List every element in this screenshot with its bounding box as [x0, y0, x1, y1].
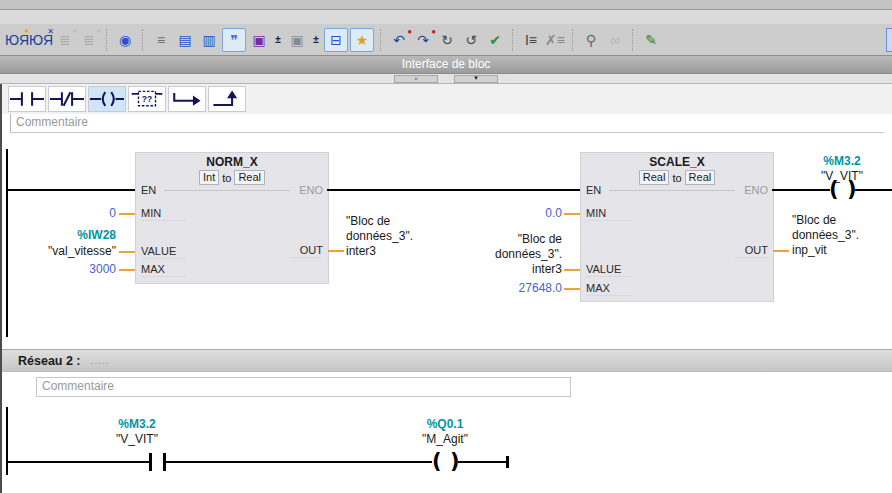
network2-title-placeholder[interactable]: ..... — [91, 355, 110, 366]
scale-out-operand[interactable]: "Bloc de données_3". inp_vit — [792, 213, 892, 258]
network1-canvas: NORM_X Int to Real EN ENO MIN VALUE MAX … — [2, 133, 892, 345]
network2-header[interactable]: Réseau 2 : ..... — [2, 349, 892, 372]
find-replace-icon[interactable]: ⚲ — [580, 28, 602, 52]
norm-out-pin: OUT — [289, 244, 323, 258]
coil-symbol[interactable]: ( — [432, 451, 442, 472]
network2-comment-field[interactable]: Commentaire — [36, 377, 571, 397]
scale-x-subtitle: Real to Real — [581, 170, 773, 185]
scale-x-type-to[interactable]: Real — [685, 170, 716, 185]
toolbar-separator — [632, 29, 634, 51]
rung-wire — [458, 461, 506, 463]
norm-value-operand[interactable]: "val_vitesse" — [2, 244, 116, 259]
toolbar-separator — [142, 29, 144, 51]
glasses-icon: ∞ — [604, 28, 626, 52]
scale-x-block[interactable]: SCALE_X Real to Real EN ENO MIN VALUE MA… — [580, 152, 774, 302]
power-rail — [6, 149, 8, 337]
sync-block-call-icon[interactable]: ↺ — [460, 28, 482, 52]
network2-canvas: %M3.2 "V_VIT" %Q0.1 "M_Agit" ( ) — [2, 403, 892, 493]
coil-icon — [90, 88, 124, 110]
scale-eno-pin: ENO — [744, 184, 768, 196]
scale-min-pin: MIN — [586, 207, 632, 221]
coil-symbol[interactable]: ( — [829, 179, 839, 200]
operand-display-icon[interactable]: ▣ — [286, 28, 308, 52]
interface-de-bloc-bar[interactable]: Interface de bloc — [0, 56, 892, 74]
coil1-name[interactable]: "V_VIT" — [790, 169, 892, 184]
network-comments-icon[interactable]: ❞ — [222, 28, 246, 52]
contact-address[interactable]: %M3.2 — [87, 417, 187, 432]
scale-x-title: SCALE_X — [581, 155, 773, 169]
edit-block-icon[interactable]: ✎ — [640, 28, 662, 52]
pin-stub — [564, 213, 580, 215]
operand-line: inter3 — [448, 262, 562, 277]
pin-stub — [564, 269, 580, 271]
open-branch-icon — [170, 88, 204, 110]
delete-network-icon[interactable]: ЮЯ✕ — [30, 28, 52, 52]
block-header-line — [609, 190, 735, 191]
scale-value-operand[interactable]: "Bloc de données_3". inter3 — [448, 232, 562, 277]
rung-wire — [166, 461, 432, 463]
scale-x-type-word: to — [672, 172, 681, 184]
norm-min-operand[interactable]: 0 — [2, 206, 116, 221]
toolbar-separator — [512, 29, 514, 51]
norm-max-operand[interactable]: 3000 — [2, 262, 116, 277]
undo-error-jump-icon[interactable]: ↶● — [388, 28, 410, 52]
redo-error-jump-icon[interactable]: ↷● — [412, 28, 434, 52]
coil-button[interactable] — [88, 86, 126, 112]
collapse-networks-icon[interactable]: ≡ — [150, 28, 172, 52]
close-branch-button[interactable] — [208, 86, 246, 112]
monitoring-on-icon[interactable]: I≡ — [520, 28, 542, 52]
norm-x-type-from[interactable]: Int — [199, 170, 219, 185]
side-panel-edge[interactable] — [886, 28, 892, 52]
toolbar-icons: ЮЯ✶ЮЯ✕≣✶≣✶◉≡▤▥❞▣±▣±⊟★↶●↷●↻↺✔I≡✗≡⚲∞✎ — [5, 24, 663, 55]
norm-x-type-to[interactable]: Real — [234, 170, 265, 185]
coil2-name[interactable]: "M_Agit" — [395, 432, 495, 447]
insert-row-icon-badge: ✶ — [71, 27, 78, 36]
contact-closed-button[interactable] — [48, 86, 86, 112]
coil1-address[interactable]: %M3.2 — [790, 154, 892, 169]
splitter-collapse-button[interactable]: ▲ — [394, 75, 438, 83]
delete-row-icon: ≣✶ — [78, 28, 100, 52]
empty-box-button[interactable]: ?? — [128, 86, 166, 112]
scale-max-operand[interactable]: 27648.0 — [448, 281, 562, 296]
operand-line: inter3 — [346, 244, 456, 259]
scale-min-operand[interactable]: 0.0 — [448, 206, 562, 221]
contact-symbol[interactable] — [149, 453, 152, 471]
contact-name[interactable]: "V_VIT" — [87, 432, 187, 447]
open-branch-button[interactable] — [168, 86, 206, 112]
network1-comment-field[interactable]: Commentaire — [10, 114, 884, 133]
close-all-networks-icon[interactable]: ▥ — [198, 28, 220, 52]
toolbar-separator — [380, 29, 382, 51]
box-parameters-icon[interactable]: ▣ — [248, 28, 270, 52]
scale-value-pin: VALUE — [586, 263, 632, 277]
norm-out-operand[interactable]: "Bloc de données_3". inter3 — [346, 214, 456, 259]
contact-open-button[interactable] — [8, 86, 46, 112]
update-block-call-icon[interactable]: ↻ — [436, 28, 458, 52]
open-all-networks-icon[interactable]: ▤ — [174, 28, 196, 52]
empty-box-icon: ?? — [130, 88, 164, 110]
pane-title-label: Interface de bloc — [402, 57, 491, 71]
favorites-star-icon[interactable]: ★ — [350, 28, 374, 52]
norm-x-block[interactable]: NORM_X Int to Real EN ENO MIN VALUE MAX … — [135, 152, 329, 284]
operand-line: "Bloc de — [346, 214, 456, 229]
go-online-check-icon[interactable]: ✔ — [484, 28, 506, 52]
rung-wire — [7, 189, 135, 191]
pin-stub — [119, 251, 135, 253]
norm-x-title: NORM_X — [136, 155, 328, 169]
splitter-expand-button[interactable]: ▼ — [454, 75, 498, 83]
norm-x-subtitle: Int to Real — [136, 170, 328, 185]
norm-en-pin: EN — [141, 184, 156, 196]
monitoring-off-icon[interactable]: ✗≡ — [544, 28, 566, 52]
norm-eno-pin: ENO — [299, 184, 323, 196]
norm-value-address[interactable]: %IW28 — [2, 228, 116, 243]
insert-network-icon[interactable]: ЮЯ✶ — [6, 28, 28, 52]
pin-stub — [328, 250, 344, 252]
symbol-information-icon[interactable]: ⊟ — [324, 28, 348, 52]
box-parameters-dropdown[interactable]: ± — [272, 28, 284, 52]
coil2-address[interactable]: %Q0.1 — [395, 417, 495, 432]
network2-comment-row: Commentaire — [2, 372, 892, 403]
network2-title: Réseau 2 : — [18, 354, 81, 368]
scale-x-type-from[interactable]: Real — [639, 170, 670, 185]
operand-display-dropdown[interactable]: ± — [310, 28, 322, 52]
contact-closed-icon — [50, 88, 84, 110]
favorites-icon[interactable]: ◉ — [114, 28, 136, 52]
